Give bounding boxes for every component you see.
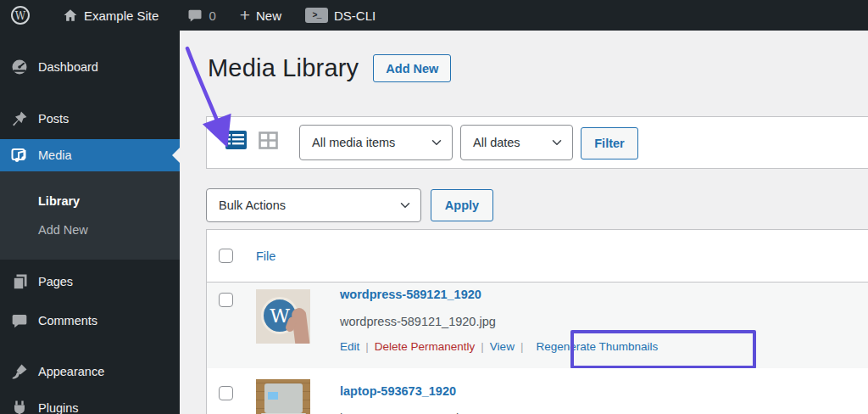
pushpin-icon [11, 110, 28, 127]
date-filter-value: All dates [473, 136, 520, 149]
delete-permanently-link[interactable]: Delete Permanently [375, 340, 476, 353]
sidebar-item-label: Dashboard [38, 60, 98, 74]
admin-bar-ds-cli[interactable]: >_ DS-CLI [297, 0, 384, 31]
plugin-icon [11, 400, 28, 414]
comments-icon [11, 312, 28, 329]
sidebar-item-label: Appearance [38, 365, 104, 378]
edit-link[interactable]: Edit [340, 340, 359, 353]
list-view-icon[interactable] [225, 131, 247, 149]
pages-icon [11, 273, 28, 290]
media-title-link[interactable]: wordpress-589121_1920 [340, 288, 481, 301]
row-checkbox[interactable] [219, 293, 233, 307]
action-separator: | [520, 340, 524, 353]
chevron-down-icon [400, 200, 410, 210]
comment-bubble-icon [187, 8, 203, 23]
table-row: laptop-593673_1920 laptop-593673_1920.jp… [207, 368, 868, 414]
media-type-value: All media items [312, 136, 395, 149]
page-title: Media Library [208, 54, 359, 82]
hand-art [291, 307, 309, 344]
media-list-table: File W wordpress-589121_1920 wordpress-5… [206, 229, 868, 414]
action-separator: | [365, 340, 369, 353]
sidebar-item-media[interactable]: Media [0, 139, 180, 171]
regenerate-thumbnails-link[interactable]: Regenerate Thumbnails [536, 340, 658, 353]
chevron-down-icon [552, 137, 562, 148]
sidebar-item-label: Plugins [38, 401, 79, 414]
current-menu-arrow [164, 148, 180, 163]
row-actions: Edit | Delete Permanently | View | Regen… [340, 340, 658, 353]
media-icon [11, 147, 28, 164]
paintbrush-icon [11, 363, 28, 380]
media-thumbnail[interactable] [256, 379, 310, 414]
media-submenu: Library Add New [0, 171, 180, 260]
admin-bar-comments[interactable]: 0 [179, 0, 224, 31]
comments-count: 0 [209, 8, 215, 23]
home-icon [63, 8, 78, 23]
bulk-actions-value: Bulk Actions [219, 199, 286, 212]
sidebar-item-pages[interactable]: Pages [0, 266, 180, 298]
media-filename: wordpress-589121_1920.jpg [340, 315, 496, 328]
sidebar-item-label: Comments [38, 314, 97, 327]
view-link[interactable]: View [490, 340, 515, 353]
media-thumbnail[interactable]: W [256, 289, 310, 344]
sidebar-item-plugins[interactable]: Plugins [0, 392, 180, 414]
media-type-select[interactable]: All media items [299, 125, 453, 160]
filter-button[interactable]: Filter [581, 127, 638, 159]
ds-cli-label: DS-CLI [334, 8, 376, 23]
admin-bar: W Example Site 0 + New >_ DS-CLI [0, 0, 868, 31]
submenu-label: Library [38, 194, 80, 208]
plus-icon: + [240, 6, 250, 24]
grid-view-icon[interactable] [259, 131, 278, 149]
dashboard-icon [11, 59, 28, 76]
sidebar-item-label: Pages [38, 275, 73, 288]
sidebar-item-label: Posts [38, 112, 69, 126]
admin-sidebar: Dashboard Posts Media Library Add New Pa… [0, 31, 180, 414]
sidebar-item-dashboard[interactable]: Dashboard [0, 51, 180, 83]
wordpress-logo-icon[interactable]: W [2, 0, 39, 31]
wordpress-logo-icon: W [10, 5, 31, 25]
submenu-label: Add New [38, 223, 88, 237]
apply-button[interactable]: Apply [431, 189, 493, 221]
main-content: Media Library Add New All media items Al… [180, 31, 868, 414]
sidebar-item-label: Media [38, 148, 72, 162]
new-label: New [256, 8, 281, 23]
sidebar-item-posts[interactable]: Posts [0, 103, 180, 135]
media-title-link[interactable]: laptop-593673_1920 [340, 384, 456, 398]
submenu-item-library[interactable]: Library [0, 187, 180, 215]
file-column-header[interactable]: File [256, 230, 275, 283]
terminal-icon: >_ [305, 8, 328, 23]
filter-toolbar: All media items All dates Filter [206, 116, 868, 169]
table-header-row: File [207, 230, 868, 283]
row-checkbox[interactable] [219, 386, 233, 400]
select-all-checkbox[interactable] [219, 249, 233, 263]
site-name: Example Site [84, 8, 159, 23]
add-new-button[interactable]: Add New [373, 54, 451, 82]
chevron-down-icon [431, 137, 442, 148]
submenu-item-add-new[interactable]: Add New [0, 215, 180, 244]
svg-text:W: W [15, 10, 26, 22]
admin-bar-new-menu[interactable]: + New [231, 0, 290, 31]
sidebar-item-appearance[interactable]: Appearance [0, 355, 180, 388]
action-separator: | [481, 340, 484, 353]
bulk-actions-select[interactable]: Bulk Actions [206, 188, 421, 222]
sidebar-item-comments[interactable]: Comments [0, 305, 180, 337]
laptop-art [264, 383, 303, 413]
date-filter-select[interactable]: All dates [460, 125, 573, 160]
table-row: W wordpress-589121_1920 wordpress-589121… [207, 283, 868, 368]
admin-bar-site-menu[interactable]: Example Site [54, 0, 167, 31]
